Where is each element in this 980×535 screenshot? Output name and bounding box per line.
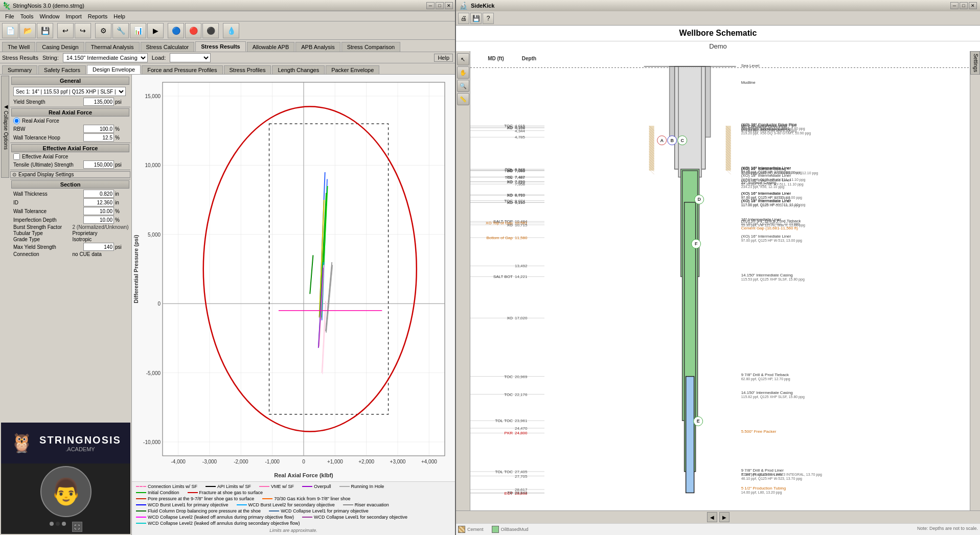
connection-value: no CUE data — [71, 251, 130, 257]
left-sidebar: ◀ Collapse Options General Sec 1: 14" | … — [0, 75, 132, 535]
string-dropdown[interactable]: 14.150" Intermediate Casing — [63, 53, 148, 62]
real-axial-title: Real Axial Force — [11, 108, 129, 117]
collapse-button[interactable]: ◀ Collapse Options — [1, 76, 9, 178]
settings-tab[interactable]: Settings — [970, 51, 980, 75]
cement-legend-box — [458, 526, 465, 533]
sub-tab-summary[interactable]: Summary — [2, 65, 37, 74]
id-input[interactable] — [83, 198, 114, 206]
wellbore-subtitle: Demo — [456, 41, 980, 51]
wall-tol-section-input[interactable] — [83, 207, 114, 215]
toolbar-save[interactable]: 💾 — [37, 23, 53, 38]
menu-reports[interactable]: Reports — [85, 12, 111, 20]
sub-tab-safety-factors[interactable]: Safety Factors — [38, 65, 86, 74]
imperfection-input[interactable] — [83, 216, 114, 224]
toolbar-chart[interactable]: 📊 — [130, 23, 146, 38]
section-dropdown[interactable]: Sec 1: 14" | 115.53 ppf | Q125 XHP | SLS… — [13, 87, 126, 96]
sk-help-btn[interactable]: ? — [483, 13, 494, 24]
toolbar-water[interactable]: 💧 — [223, 23, 239, 38]
expand-display-btn[interactable]: ⊙ Expand Display Settings — [10, 171, 130, 178]
imperfection-label: Imperfection Depth — [11, 217, 83, 223]
rbw-input[interactable] — [83, 125, 114, 133]
toolbar-open[interactable]: 📂 — [19, 23, 36, 38]
toolbar-calc[interactable]: 🔧 — [112, 23, 129, 38]
toolbar-run[interactable]: ▶ — [147, 23, 164, 38]
sub-tab-stress-profiles[interactable]: Stress Profiles — [224, 65, 271, 74]
nav-dot-2[interactable] — [56, 522, 60, 526]
tab-thermal-analysis[interactable]: Thermal Analysis — [85, 42, 140, 52]
sidekick-title: SideKick — [471, 3, 494, 9]
fullscreen-btn[interactable]: ⛶ — [72, 522, 82, 532]
wellbore-title: Wellbore Schematic — [456, 26, 980, 41]
menu-import[interactable]: Import — [63, 12, 85, 20]
sub-tab-bar: Summary Safety Factors Design Envelope F… — [0, 63, 455, 75]
menu-window[interactable]: Window — [36, 12, 62, 20]
sidekick-minimize[interactable]: ─ — [950, 2, 959, 9]
nav-next[interactable]: ▶ — [719, 512, 730, 522]
toolbar-undo[interactable]: ↩ — [57, 23, 74, 38]
menu-file[interactable]: File — [2, 12, 17, 20]
sk-save-btn[interactable]: 💾 — [470, 13, 482, 24]
sidekick-maximize[interactable]: □ — [960, 2, 968, 9]
tab-casing-design[interactable]: Casing Design — [36, 42, 84, 52]
wellbore-canvas — [470, 51, 970, 510]
toolbar-pipe3[interactable]: ⚫ — [202, 23, 219, 38]
sub-tab-force-pressure[interactable]: Force and Pressure Profiles — [142, 65, 222, 74]
sub-tab-design-envelope[interactable]: Design Envelope — [87, 65, 141, 74]
tab-stress-results[interactable]: Stress Results — [195, 41, 245, 52]
effective-axial-checkbox[interactable] — [13, 153, 20, 160]
schematic-footer: Cement OilBasedMud Note: Depths are not … — [456, 523, 980, 535]
nav-dot-3[interactable] — [62, 522, 66, 526]
help-button[interactable]: Help — [434, 54, 453, 62]
toolbar-redo[interactable]: ↪ — [75, 23, 91, 38]
toolbar-settings[interactable]: ⚙ — [95, 23, 111, 38]
legend-wcd-collapse-l2-primary: WCD Collapse Level2 (leaked off annulus … — [136, 515, 294, 520]
yield-strength-unit: psi — [114, 99, 129, 105]
close-button[interactable]: ✕ — [445, 2, 453, 9]
sub-tab-packer-envelope[interactable]: Packer Envelope — [326, 65, 379, 74]
tab-stress-comparison[interactable]: Stress Comparison — [341, 42, 401, 52]
legend-api-limits: API Limits w/ SF — [206, 484, 251, 489]
maximize-button[interactable]: □ — [436, 2, 444, 9]
nav-dot-1[interactable] — [50, 522, 54, 526]
wb-tool-4[interactable]: 📏 — [457, 93, 469, 105]
app-title: StringNosis 3.0 (demo.strng) — [13, 3, 84, 9]
wall-tol-section-label: Wall Tolerance — [11, 208, 83, 214]
menu-help[interactable]: Help — [110, 12, 128, 20]
wb-tool-3[interactable]: 🔍 — [457, 80, 469, 92]
wall-tolerance-input[interactable] — [83, 133, 114, 142]
burst-factor-value: 2 (Normalized/Unknown) — [71, 224, 130, 230]
real-axial-label: Real Axial Force — [22, 118, 59, 124]
legend-fluid-column: Fluid Column Drop balancing pore pressur… — [136, 508, 261, 514]
menu-tools[interactable]: Tools — [17, 12, 37, 20]
tab-the-well[interactable]: The Well — [2, 42, 35, 52]
real-axial-radio[interactable] — [13, 118, 20, 124]
tab-stress-calculator[interactable]: Stress Calculator — [141, 42, 195, 52]
wellbore-nav: ◀ ▶ — [456, 510, 980, 523]
wall-tol-section-unit: % — [114, 208, 129, 214]
yield-strength-input[interactable] — [83, 98, 114, 106]
nav-prev[interactable]: ◀ — [707, 512, 717, 522]
toolbar-pipe1[interactable]: 🔵 — [168, 23, 184, 38]
effective-axial-label: Effective Axial Force — [22, 154, 68, 159]
minimize-button[interactable]: ─ — [426, 2, 435, 9]
sidekick-close[interactable]: ✕ — [969, 2, 977, 9]
toolbar-new[interactable]: 📄 — [2, 23, 18, 38]
legend-pore-pressure: Pore pressure at the 9-7/8" liner shoe g… — [136, 496, 254, 501]
rbw-label: RBW — [11, 126, 83, 132]
max-yield-label: Max Yield Strength — [11, 244, 83, 250]
wb-tool-2[interactable]: ✋ — [457, 66, 469, 79]
wall-thickness-input[interactable] — [83, 190, 114, 198]
load-dropdown[interactable] — [170, 53, 211, 62]
grade-label: Grade Type — [11, 237, 71, 242]
id-label: ID — [11, 200, 83, 205]
toolbar-pipe2[interactable]: 🔴 — [185, 23, 201, 38]
tab-allowable-apb[interactable]: Allowable APB — [247, 42, 295, 52]
tensile-input[interactable] — [83, 160, 114, 169]
tab-apb-analysis[interactable]: APB Analysis — [295, 42, 340, 52]
sk-print-btn[interactable]: 🖨 — [458, 13, 469, 24]
webcam-feed: 👨 — [40, 466, 92, 517]
max-yield-input[interactable] — [83, 243, 114, 251]
wb-tool-1[interactable]: ↖ — [457, 53, 469, 65]
schematic-area[interactable] — [470, 51, 970, 510]
sub-tab-length-changes[interactable]: Length Changes — [272, 65, 325, 74]
